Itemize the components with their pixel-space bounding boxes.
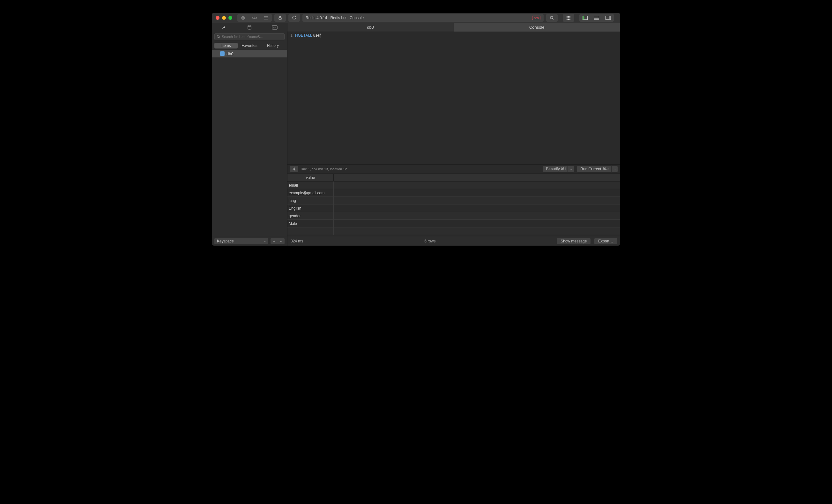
svg-rect-22	[594, 18, 599, 20]
svg-point-8	[550, 16, 553, 19]
statusbar: 324 ms 6 rows Show message Export…	[287, 236, 620, 246]
export-button[interactable]: Export…	[594, 238, 617, 244]
titlebar: Redis 4.0.14 : Redis hrk : Console pro	[212, 13, 620, 23]
cell	[287, 228, 334, 235]
results-header-empty	[334, 174, 620, 181]
svg-rect-12	[569, 16, 570, 17]
run-dropdown[interactable]: ⌄	[611, 166, 618, 172]
cell: Male	[287, 220, 334, 227]
results: value email example@gmail.com lang Engli…	[287, 174, 620, 236]
svg-rect-10	[567, 16, 568, 17]
apps-icon[interactable]	[563, 14, 574, 22]
table-icon	[220, 51, 225, 56]
svg-point-25	[223, 28, 224, 29]
cancel-icon[interactable]	[237, 14, 249, 22]
svg-rect-24	[609, 16, 610, 20]
list-icon[interactable]	[260, 14, 272, 22]
add-button[interactable]: +	[270, 238, 278, 244]
table-row[interactable]: Male	[287, 220, 620, 228]
add-dropdown[interactable]: ⌄	[278, 238, 285, 244]
window-title-text: Redis 4.0.14 : Redis hrk : Console	[306, 16, 364, 20]
layout-group	[579, 14, 614, 22]
table-row	[287, 228, 620, 235]
plug-icon[interactable]	[212, 23, 237, 32]
gutter: 1	[287, 32, 294, 164]
results-header: value	[287, 174, 620, 182]
table-row[interactable]: example@gmail.com	[287, 189, 620, 197]
svg-rect-11	[568, 16, 569, 17]
run-button[interactable]: Run Current ⌘↩	[577, 166, 613, 172]
sidebar-item-label: db0	[227, 51, 234, 56]
svg-rect-20	[583, 16, 584, 20]
status-rows: 6 rows	[307, 239, 553, 243]
cell: English	[287, 205, 334, 212]
beautify-button[interactable]: Beautify ⌘I	[543, 166, 569, 172]
editor-bar: line 1, column 13, location 12 Beautify …	[287, 164, 620, 174]
sidebar-search[interactable]	[214, 33, 285, 40]
table-row[interactable]: email	[287, 182, 620, 189]
status-elapsed: 324 ms	[291, 239, 303, 243]
database-icon[interactable]	[237, 23, 262, 32]
refresh-icon[interactable]	[288, 14, 300, 22]
svg-rect-16	[567, 19, 568, 20]
sidebar-icon-tabs: SQL	[212, 23, 287, 32]
traffic-lights	[216, 16, 232, 20]
tab-console[interactable]: Console	[454, 23, 621, 32]
table-row[interactable]: gender	[287, 212, 620, 220]
close-window-button[interactable]	[216, 16, 219, 20]
layout-left-icon[interactable]	[579, 14, 591, 22]
cell: email	[287, 182, 334, 189]
add-group: + ⌄	[270, 238, 285, 244]
beautify-dropdown[interactable]: ⌄	[568, 166, 574, 172]
minimize-window-button[interactable]	[222, 16, 226, 20]
svg-rect-21	[594, 16, 599, 20]
svg-rect-27	[272, 26, 277, 29]
layout-right-icon[interactable]	[602, 14, 614, 22]
code[interactable]: HGETALL user	[294, 32, 620, 164]
code-arg: user	[313, 33, 321, 38]
lock-icon[interactable]	[275, 14, 286, 22]
keyspace-select-label: Keyspace	[217, 239, 234, 243]
svg-rect-19	[583, 16, 588, 20]
sql-icon[interactable]: SQL	[262, 23, 287, 32]
maximize-window-button[interactable]	[228, 16, 232, 20]
svg-rect-15	[569, 17, 570, 18]
titlebar-right	[546, 14, 616, 22]
results-header-value[interactable]: value	[287, 174, 334, 181]
sidebar-tabs: Items Favorites History	[214, 43, 285, 49]
layout-bottom-icon[interactable]	[591, 14, 602, 22]
gear-icon[interactable]	[290, 166, 298, 172]
search-input[interactable]	[222, 35, 282, 38]
cell: example@gmail.com	[287, 189, 334, 196]
cell: lang	[287, 197, 334, 204]
keyspace-select[interactable]: Keyspace	[214, 238, 268, 244]
line-number: 1	[287, 33, 292, 38]
editor-location: line 1, column 13, location 12	[302, 167, 347, 171]
eye-icon[interactable]	[249, 14, 260, 22]
tab-favorites[interactable]: Favorites	[238, 43, 261, 49]
svg-point-29	[217, 35, 219, 38]
svg-rect-7	[279, 18, 281, 20]
tab-db0[interactable]: db0	[287, 23, 454, 32]
sidebar-items: db0	[212, 50, 287, 236]
show-message-button[interactable]: Show message	[557, 238, 591, 244]
tab-history[interactable]: History	[261, 43, 285, 49]
window-title: Redis 4.0.14 : Redis hrk : Console pro	[303, 14, 544, 22]
pro-badge: pro	[532, 16, 540, 20]
content: db0 Console 1 HGETALL user line 1, colum…	[287, 23, 620, 246]
table-row[interactable]: English	[287, 205, 620, 212]
svg-rect-23	[606, 16, 610, 20]
editor[interactable]: 1 HGETALL user	[287, 32, 620, 164]
svg-rect-18	[569, 19, 570, 20]
svg-text:SQL: SQL	[273, 27, 277, 29]
tab-items[interactable]: Items	[214, 43, 238, 49]
app-window: Redis 4.0.14 : Redis hrk : Console pro	[212, 13, 620, 246]
svg-point-26	[248, 25, 251, 26]
table-row[interactable]: lang	[287, 197, 620, 205]
cell: gender	[287, 212, 334, 219]
svg-rect-14	[568, 17, 569, 18]
sidebar-item-db0[interactable]: db0	[212, 50, 287, 57]
results-body[interactable]: email example@gmail.com lang English gen…	[287, 182, 620, 236]
search-icon[interactable]	[546, 14, 557, 22]
svg-line-2	[242, 17, 244, 19]
